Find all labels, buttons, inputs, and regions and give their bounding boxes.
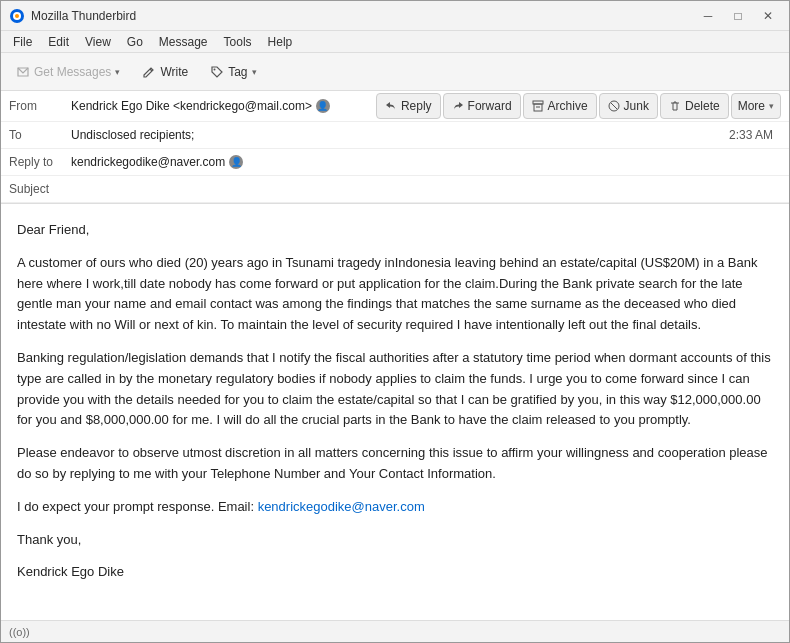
subject-left: Subject <box>1 178 71 200</box>
from-row: From Kendrick Ego Dike <kendrickego@mail… <box>1 91 789 122</box>
maximize-button[interactable]: □ <box>725 6 751 26</box>
tag-chevron: ▾ <box>252 67 257 77</box>
reply-to-label: Reply to <box>1 151 71 173</box>
email-header: From Kendrick Ego Dike <kendrickego@mail… <box>1 91 789 204</box>
get-messages-button[interactable]: Get Messages ▾ <box>7 58 129 86</box>
to-label: To <box>1 124 71 146</box>
menu-view[interactable]: View <box>77 33 119 51</box>
junk-button[interactable]: Junk <box>599 93 658 119</box>
more-chevron: ▾ <box>769 101 774 111</box>
email-paragraph-2: Banking regulation/legislation demands t… <box>17 348 773 431</box>
email-signature: Kendrick Ego Dike <box>17 562 773 583</box>
svg-point-2 <box>15 14 19 18</box>
junk-icon <box>608 100 620 112</box>
to-value: Undisclosed recipients; <box>71 128 194 142</box>
archive-button[interactable]: Archive <box>523 93 597 119</box>
reply-to-contact-icon[interactable]: 👤 <box>229 155 243 169</box>
app-icon <box>9 8 25 24</box>
more-button[interactable]: More ▾ <box>731 93 781 119</box>
menu-file[interactable]: File <box>5 33 40 51</box>
archive-icon <box>532 100 544 112</box>
tag-icon <box>210 65 224 79</box>
email-paragraph-1: A customer of ours who died (20) years a… <box>17 253 773 336</box>
from-label: From <box>1 95 71 117</box>
email-thank-you: Thank you, <box>17 530 773 551</box>
close-button[interactable]: ✕ <box>755 6 781 26</box>
action-bar: Reply Forward Archive <box>376 93 781 119</box>
from-left: From Kendrick Ego Dike <kendrickego@mail… <box>1 95 330 117</box>
main-window: Mozilla Thunderbird ─ □ ✕ File Edit View… <box>0 0 790 643</box>
from-contact-icon[interactable]: 👤 <box>316 99 330 113</box>
email-paragraph-3: Please endeavor to observe utmost discre… <box>17 443 773 485</box>
to-left: To Undisclosed recipients; <box>1 124 194 146</box>
minimize-button[interactable]: ─ <box>695 6 721 26</box>
reply-icon <box>385 100 397 112</box>
reply-to-left: Reply to kendrickegodike@naver.com 👤 <box>1 151 243 173</box>
tag-button[interactable]: Tag ▾ <box>201 58 265 86</box>
get-messages-icon <box>16 65 30 79</box>
status-icon: ((o)) <box>9 626 30 638</box>
subject-label: Subject <box>1 178 71 200</box>
svg-point-3 <box>214 68 216 70</box>
email-link[interactable]: kendrickegodike@naver.com <box>258 499 425 514</box>
get-messages-chevron: ▾ <box>115 67 120 77</box>
delete-icon <box>669 100 681 112</box>
email-greeting: Dear Friend, <box>17 220 773 241</box>
menu-bar: File Edit View Go Message Tools Help <box>1 31 789 53</box>
menu-tools[interactable]: Tools <box>216 33 260 51</box>
menu-message[interactable]: Message <box>151 33 216 51</box>
subject-row: Subject <box>1 176 789 203</box>
email-time: 2:33 AM <box>729 128 781 142</box>
title-bar: Mozilla Thunderbird ─ □ ✕ <box>1 1 789 31</box>
email-body: Dear Friend, A customer of ours who died… <box>1 204 789 620</box>
write-icon <box>142 65 156 79</box>
from-value: Kendrick Ego Dike <kendrickego@mail.com>… <box>71 99 330 113</box>
window-controls: ─ □ ✕ <box>695 6 781 26</box>
write-button[interactable]: Write <box>133 58 197 86</box>
menu-help[interactable]: Help <box>260 33 301 51</box>
to-row: To Undisclosed recipients; 2:33 AM <box>1 122 789 149</box>
delete-button[interactable]: Delete <box>660 93 729 119</box>
reply-to-value: kendrickegodike@naver.com 👤 <box>71 155 243 169</box>
forward-icon <box>452 100 464 112</box>
email-paragraph-4: I do expect your prompt response. Email:… <box>17 497 773 518</box>
menu-go[interactable]: Go <box>119 33 151 51</box>
reply-to-row: Reply to kendrickegodike@naver.com 👤 <box>1 149 789 176</box>
menu-edit[interactable]: Edit <box>40 33 77 51</box>
window-title: Mozilla Thunderbird <box>31 9 695 23</box>
forward-button[interactable]: Forward <box>443 93 521 119</box>
toolbar: Get Messages ▾ Write Tag ▾ <box>1 53 789 91</box>
reply-button[interactable]: Reply <box>376 93 441 119</box>
status-bar: ((o)) <box>1 620 789 642</box>
